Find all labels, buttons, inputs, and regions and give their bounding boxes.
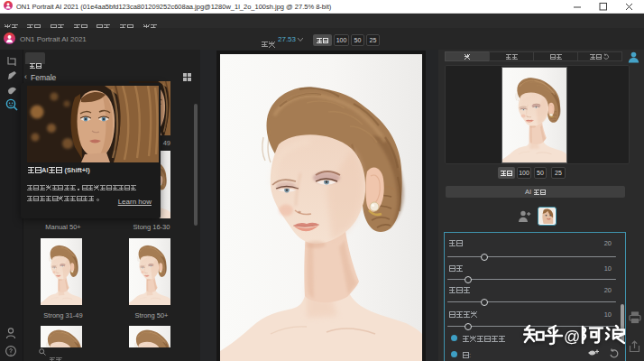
svg-text:@: @ bbox=[564, 328, 580, 346]
